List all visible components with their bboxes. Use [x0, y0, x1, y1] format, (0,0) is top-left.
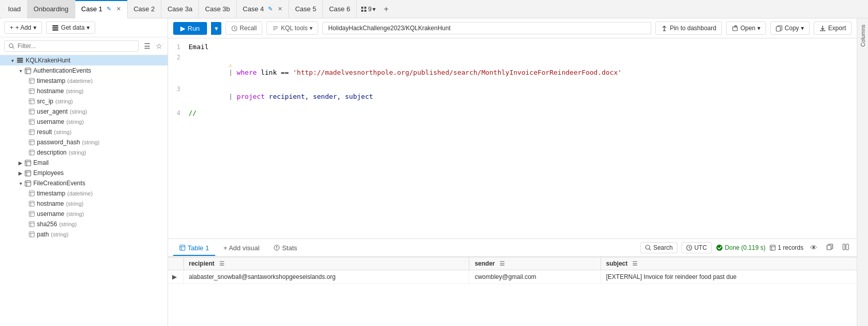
- right-strip: Columns: [857, 18, 868, 326]
- filter-input[interactable]: [17, 42, 134, 50]
- run-dropdown-button[interactable]: ▾: [211, 22, 221, 35]
- where-kw: where: [237, 69, 257, 76]
- kql-tools-button[interactable]: KQL tools ▾: [266, 21, 318, 35]
- row-expand-btn[interactable]: ▶: [168, 270, 183, 284]
- utc-label: UTC: [694, 244, 707, 251]
- project-kw: project: [237, 93, 265, 100]
- tree-col-fc-hostname[interactable]: hostname (string): [0, 199, 168, 209]
- code-content-1: Email: [189, 43, 209, 51]
- th-recipient-menu-icon[interactable]: ☰: [219, 260, 224, 267]
- done-check-icon: [716, 244, 723, 251]
- run-button[interactable]: ▶ Run: [173, 22, 207, 35]
- col-timestamp-type: (datetime): [67, 78, 93, 84]
- tab-case1-edit-icon[interactable]: ✎: [107, 6, 111, 12]
- svg-rect-33: [29, 140, 34, 145]
- tab-case1-close-icon[interactable]: ✕: [116, 6, 121, 12]
- tree-col-username[interactable]: username (string): [0, 117, 168, 127]
- tab-case3b[interactable]: Case 3b: [199, 0, 236, 18]
- add-button[interactable]: + + Add ▾: [4, 21, 42, 34]
- col-fc-path-type: (string): [51, 231, 68, 237]
- code-editor[interactable]: 1 Email 2 ⚠ | where link == 'http://made…: [168, 38, 857, 239]
- tree-col-fc-sha256[interactable]: sha256 (string): [0, 219, 168, 229]
- results-tab-stats[interactable]: Stats: [267, 241, 303, 256]
- star-icon[interactable]: ☆: [155, 41, 163, 51]
- results-tab-table1[interactable]: Table 1: [173, 241, 215, 256]
- tree-table-filecreation[interactable]: ▾ FileCreationEvents: [0, 178, 168, 188]
- recall-button[interactable]: Recall: [225, 21, 262, 35]
- svg-rect-39: [25, 160, 31, 166]
- tree-table-auth[interactable]: ▾ AuthenticationEvents: [0, 66, 168, 76]
- tab-onboarding[interactable]: Onboarding: [28, 0, 75, 18]
- column-icon-timestamp: [29, 78, 35, 84]
- tree-col-fc-username[interactable]: username (string): [0, 209, 168, 219]
- col-hostname-name: hostname: [37, 88, 64, 95]
- th-subject-menu-icon[interactable]: ☰: [632, 260, 637, 267]
- database-icon: [52, 24, 59, 31]
- sidebar-toolbar: + + Add ▾ Get data ▾: [0, 18, 168, 37]
- tab-case1[interactable]: Case 1 ✎ ✕: [75, 0, 128, 18]
- open-button[interactable]: Open ▾: [726, 21, 766, 35]
- th-sender-menu-icon[interactable]: ☰: [500, 260, 505, 267]
- get-data-button[interactable]: Get data ▾: [46, 21, 95, 34]
- col-passwordhash-name: password_hash: [37, 139, 80, 146]
- toolbar-actions: Pin to dashboard Open ▾ Copy ▾ Export: [655, 21, 852, 35]
- th-sender[interactable]: sender ☰: [469, 257, 601, 270]
- svg-rect-15: [29, 78, 34, 83]
- tree-col-passwordhash[interactable]: password_hash (string): [0, 137, 168, 147]
- line-num-4: 4: [168, 110, 189, 117]
- tree-col-result[interactable]: result (string): [0, 127, 168, 137]
- results-tab-addvisual[interactable]: + Add visual: [217, 241, 265, 256]
- search-button[interactable]: Search: [640, 242, 677, 253]
- cell-subject: [EXTERNAL] Invoice foir reindeer food pa…: [601, 270, 857, 284]
- copy-button[interactable]: Copy ▾: [770, 21, 810, 35]
- export-button[interactable]: Export: [814, 21, 852, 35]
- tab-case2[interactable]: Case 2: [128, 0, 161, 18]
- tree-col-timestamp[interactable]: timestamp (datetime): [0, 76, 168, 86]
- recipient-value: alabaster_snowball@santaworkshopgeeseisl…: [189, 273, 336, 280]
- database-toggle-icon[interactable]: ▾: [8, 58, 16, 63]
- tree-col-srcip[interactable]: src_ip (string): [0, 96, 168, 106]
- table-header-row: recipient ☰ sender ☰ subject ☰: [168, 257, 857, 270]
- code-line-1: 1 Email: [168, 42, 857, 53]
- th-recipient[interactable]: recipient ☰: [183, 257, 469, 270]
- results-search-icon: [645, 245, 651, 251]
- tab-case4-edit-icon[interactable]: ✎: [268, 6, 273, 12]
- email-toggle-icon[interactable]: ▶: [16, 160, 25, 166]
- list-view-icon[interactable]: ☰: [143, 41, 152, 51]
- eye-icon[interactable]: 👁: [808, 243, 820, 253]
- copy-results-icon[interactable]: [824, 243, 836, 253]
- tab-add-button[interactable]: +: [380, 5, 392, 14]
- tree-col-hostname[interactable]: hostname (string): [0, 86, 168, 96]
- tree-col-useragent[interactable]: user_agent (string): [0, 106, 168, 117]
- tab-case3a[interactable]: Case 3a: [161, 0, 199, 18]
- tree-col-fc-timestamp[interactable]: timestamp (datetime): [0, 188, 168, 199]
- svg-rect-30: [29, 129, 34, 135]
- auth-toggle-icon[interactable]: ▾: [16, 68, 25, 74]
- tab-case5[interactable]: Case 5: [289, 0, 323, 18]
- pin-to-dashboard-button[interactable]: Pin to dashboard: [655, 21, 722, 35]
- svg-rect-24: [29, 109, 34, 114]
- tab-load[interactable]: load: [2, 0, 28, 18]
- tree-database-root[interactable]: ▾ KQLKrakenHunt: [0, 55, 168, 66]
- run-label: Run: [188, 25, 200, 32]
- tree-table-employees[interactable]: ▶ Employees: [0, 168, 168, 178]
- url-string: 'http://madelvesnorthpole.org/published/…: [293, 69, 622, 76]
- tree-table-email[interactable]: ▶ Email: [0, 158, 168, 168]
- employees-toggle-icon[interactable]: ▶: [16, 170, 25, 176]
- svg-rect-93: [846, 244, 849, 250]
- tab-case4-close-icon[interactable]: ✕: [278, 6, 282, 12]
- tab-more-button[interactable]: 9 ▾: [357, 6, 380, 13]
- tree-col-fc-path[interactable]: path (string): [0, 229, 168, 240]
- filecreation-toggle-icon[interactable]: ▾: [16, 181, 25, 186]
- th-subject[interactable]: subject ☰: [601, 257, 857, 270]
- tab-case4[interactable]: Case 4 ✎ ✕: [237, 0, 289, 18]
- svg-point-80: [277, 248, 278, 249]
- tab-case6[interactable]: Case 6: [323, 0, 357, 18]
- columns-icon[interactable]: [840, 243, 852, 253]
- utc-button[interactable]: UTC: [681, 242, 712, 253]
- tree-col-description[interactable]: description (string): [0, 147, 168, 158]
- svg-line-82: [649, 249, 651, 251]
- columns-strip-label[interactable]: Columns: [860, 23, 866, 49]
- table-icon-filecreation: [25, 180, 31, 187]
- filter-box[interactable]: [4, 40, 139, 52]
